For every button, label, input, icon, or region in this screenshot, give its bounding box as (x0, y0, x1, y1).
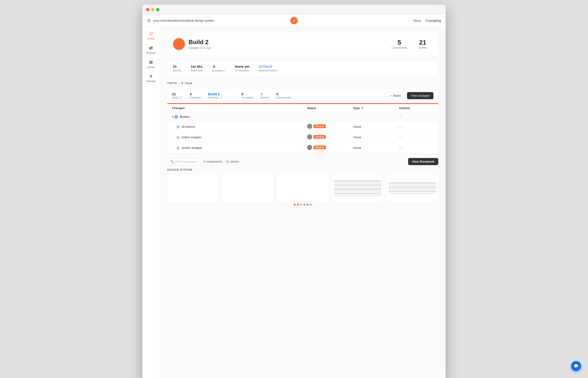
stories-value: 21 (173, 65, 181, 68)
sidebar-item-manage[interactable]: ≡ Manage (144, 72, 158, 84)
batch-button[interactable]: ✓ Batch (386, 92, 405, 99)
chat-button[interactable]: 💬 (571, 361, 581, 371)
minimize-button[interactable] (151, 8, 154, 11)
topnav: ☰ your-username/learnstorybook-design-sy… (142, 15, 446, 27)
info-stories: 21 Stories (173, 65, 181, 72)
row2-action-icon[interactable]: ☐ (399, 135, 402, 139)
eye-icon: 👁 (181, 81, 184, 85)
builds-icon: ☑ (149, 31, 153, 36)
sidebar-item-reviews[interactable]: ⇄ Reviews (144, 44, 158, 56)
user-avatar-2 (307, 134, 312, 139)
tests-help-icon[interactable]: ? (179, 96, 182, 99)
maximize-button[interactable] (156, 8, 159, 11)
row3-name-cell: anchor wrapper (172, 146, 307, 149)
tests-count-value: 21 (172, 92, 182, 96)
main-content: Build 2 Initiated 17m ago 5 Components 2… (160, 27, 446, 378)
story-card-2[interactable] (222, 174, 274, 202)
story-line (333, 193, 381, 194)
status-denied-2: Denied (307, 134, 326, 139)
traffic-lights (146, 8, 159, 11)
info-browsers: Browsers ? (212, 65, 226, 72)
components-count: 5 components (204, 160, 222, 163)
row-action-icon-1[interactable]: ☐ (399, 125, 402, 129)
row2-type-cell: Visual (353, 135, 399, 139)
denied-label: Denied (260, 96, 269, 99)
dot-6 (310, 204, 312, 205)
row3-action-icon[interactable]: ☐ (399, 146, 402, 150)
sidebar-item-builds[interactable]: ☑ Builds (144, 29, 158, 42)
accepted-label: Accepted (241, 96, 253, 99)
info-branch: 107be20 improve-button (259, 65, 277, 72)
ancestor-label: Ancestor ? (208, 96, 223, 99)
row-name-cell: all buttons (172, 125, 307, 128)
table-group-row-button: ▾ Button -- -- ✓ (167, 112, 438, 122)
row-name: all buttons (182, 125, 195, 128)
row-status-cell: Denied (307, 124, 353, 130)
unreviewed-label: Unreviewed (276, 96, 291, 99)
view-changes-button[interactable]: View changes (407, 92, 433, 99)
browsers-help-icon[interactable]: ? (224, 69, 226, 72)
story-card-3[interactable] (277, 174, 329, 202)
accepted-value: 0 (241, 92, 253, 96)
group-actions-cell: ✓ (399, 115, 433, 119)
search-input[interactable]: 🔍 Find component (167, 158, 200, 165)
story-lines-5 (387, 180, 438, 196)
sidebar-item-reviews-label: Reviews (146, 52, 156, 54)
row2-name-cell: button wrapper (172, 135, 307, 139)
branch-value[interactable]: 107be20 (259, 65, 277, 68)
search-placeholder: Find component (176, 160, 197, 163)
story-line (388, 191, 436, 192)
story-line (388, 193, 436, 194)
story-icon-2 (177, 136, 179, 139)
dot-5 (307, 204, 308, 205)
view-storybook-button[interactable]: View Storybook (408, 158, 438, 165)
dot-1 (294, 204, 296, 205)
dot-4 (303, 204, 305, 205)
table-row: all buttons Denied Visual ☐ (167, 122, 438, 132)
titlebar (142, 5, 446, 15)
info-row: 21 Stories 1m 45s Build time (167, 61, 438, 76)
row3-actions-cell: ☐ (399, 146, 433, 150)
story-card-inner-2 (222, 175, 273, 202)
story-line (388, 184, 436, 186)
table-row: anchor wrapper Denied Visual ☐ (167, 143, 438, 153)
actions-col-header: Actions (399, 106, 433, 110)
sidebar-item-library[interactable]: ⊞ Library (144, 58, 158, 70)
story-card-inner-5 (387, 175, 438, 202)
tests-count-label: Tests ? (172, 96, 182, 99)
story-card-1[interactable] (167, 174, 219, 202)
chevron-down-icon[interactable]: ▾ (172, 115, 174, 119)
ancestor-stat: Build 2 Ancestor ? (208, 92, 223, 99)
story-line (333, 189, 381, 190)
story-line (333, 195, 381, 196)
docs-link[interactable]: Docs (413, 19, 421, 23)
changes-stat: 3 Changes (190, 92, 201, 99)
menu-icon[interactable]: ☰ (147, 18, 151, 23)
story-line (333, 184, 381, 186)
build-subtitle: Initiated 17m ago (189, 46, 212, 50)
story-line (388, 189, 436, 190)
changes-table: Changes Status Type ? Actions ▾ (167, 104, 438, 153)
components-label: Components (392, 46, 407, 49)
story-grid (167, 174, 438, 202)
changelog-link[interactable]: Changelog (425, 19, 441, 23)
table-header: Changes Status Type ? Actions (167, 104, 438, 112)
denied-badge-3: Denied (314, 146, 326, 149)
table-row: button wrapper Denied Visual ☐ (167, 132, 438, 143)
design-system-label: DESIGN SYSTEM (167, 168, 438, 171)
search-icon: 🔍 (170, 160, 174, 163)
story-card-5[interactable] (386, 174, 438, 202)
story-card-4[interactable] (331, 174, 383, 202)
story-line (333, 187, 381, 188)
type-help-icon[interactable]: ? (362, 106, 363, 110)
stories-stat: 21 Stories (413, 37, 433, 51)
status-denied-1: Denied (307, 124, 326, 129)
ancestor-help-icon[interactable]: ? (219, 96, 223, 99)
row-actions-cell-1: ☐ (399, 124, 433, 129)
tests-section-label: TESTS 👁 Visual (167, 81, 438, 85)
story-card-inner-1 (167, 175, 219, 202)
reviews-icon: ⇄ (149, 45, 153, 51)
tests-actions: ✓ Batch View changes (386, 92, 433, 99)
close-button[interactable] (146, 8, 149, 11)
ancestor-value: Build 2 (208, 92, 223, 96)
